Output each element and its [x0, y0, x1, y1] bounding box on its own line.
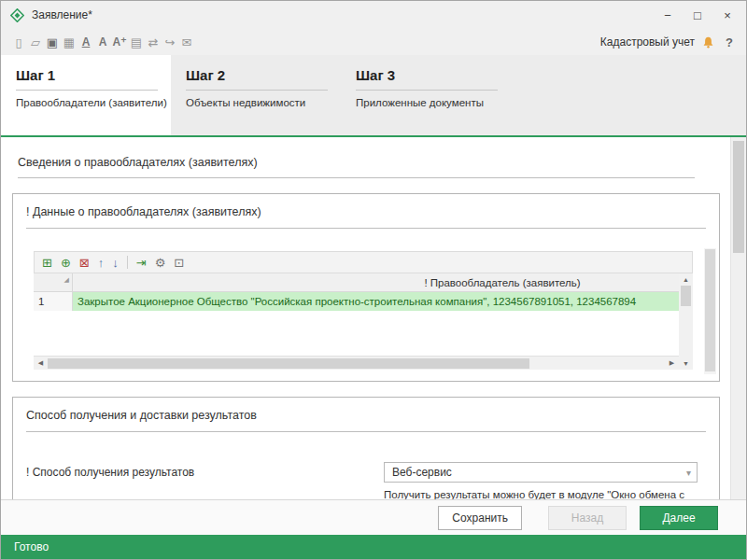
scroll-left-icon[interactable]: ◀	[34, 357, 48, 370]
column-header-label: ! Правообладатель (заявитель)	[73, 273, 679, 291]
chevron-down-icon: ▾	[686, 468, 691, 478]
save-icon[interactable]: ▣	[44, 35, 61, 49]
save-as-icon[interactable]: ▦	[61, 35, 78, 49]
delivery-method-dropdown[interactable]: Веб-сервис ▾	[384, 462, 698, 483]
row-number: 1	[34, 292, 73, 311]
close-button[interactable]: ×	[712, 1, 742, 29]
field-a-icon[interactable]: А	[94, 35, 111, 49]
delete-row-icon[interactable]: ⊠	[79, 256, 90, 270]
row-value[interactable]: Закрытое Акционерное Общество "Российска…	[73, 292, 679, 311]
edit-tools-icon[interactable]: ⚙	[155, 256, 166, 270]
copy-icon[interactable]: ▤	[128, 35, 145, 49]
content-scrollbar-thumb[interactable]	[733, 141, 744, 253]
header-gutter: ◢	[34, 273, 73, 291]
add-child-row-icon[interactable]: ⊕	[61, 256, 71, 270]
bell-icon[interactable]	[702, 36, 714, 49]
help-icon[interactable]: ?	[722, 35, 737, 49]
hscroll-track[interactable]	[48, 357, 665, 370]
table-empty-area	[34, 311, 679, 356]
open-reference-icon[interactable]: ⇥	[136, 256, 147, 270]
owners-panel-title: ! Данные о правообладателях (заявителях)	[26, 205, 706, 229]
app-logo-icon	[10, 8, 24, 22]
tab-step-3[interactable]: Шаг 3 Приложенные документы	[341, 55, 511, 135]
main-toolbar: ▯ ▱ ▣ ▦ А А А⁺ ▤ ⇄ ↪ ✉ Кадастровый учет …	[1, 29, 746, 55]
minimize-button[interactable]: −	[653, 1, 683, 29]
back-button[interactable]: Назад	[548, 506, 627, 530]
table-header-row: ◢ ! Правообладатель (заявитель)	[34, 273, 679, 292]
maximize-button[interactable]: □	[683, 1, 712, 29]
field-a-underline-icon[interactable]: А	[78, 35, 94, 49]
delivery-method-label: ! Способ получения результатов	[26, 462, 194, 499]
title-bar: Заявление* − □ ×	[1, 1, 746, 29]
window-title: Заявление*	[32, 8, 653, 21]
move-row-up-icon[interactable]: ↑	[98, 256, 105, 270]
wizard-steps: Шаг 1 Правообладатели (заявители) Шаг 2 …	[1, 55, 746, 137]
vscroll-thumb[interactable]	[681, 286, 691, 306]
step-subtitle: Приложенные документы	[356, 97, 511, 108]
hscroll-thumb[interactable]	[48, 358, 529, 369]
tab-step-1[interactable]: Шаг 1 Правообладатели (заявители)	[1, 55, 171, 135]
application-window: Заявление* − □ × ▯ ▱ ▣ ▦ А А А⁺ ▤ ⇄ ↪ ✉ …	[0, 0, 747, 560]
panel-scrollbar[interactable]	[704, 248, 716, 374]
open-folder-icon[interactable]: ▱	[27, 35, 44, 49]
tab-step-2[interactable]: Шаг 2 Объекты недвижимости	[171, 55, 341, 135]
step-rule	[16, 90, 158, 91]
delivery-method-hint: Получить результаты можно будет в модуле…	[384, 489, 698, 499]
owners-panel: ! Данные о правообладателях (заявителях)…	[12, 193, 720, 382]
scroll-right-icon[interactable]: ▶	[665, 357, 679, 370]
content-scrollbar[interactable]	[730, 137, 746, 499]
send-arrow-icon[interactable]: ↪	[162, 35, 178, 49]
field-a-add-icon[interactable]: А⁺	[111, 35, 128, 49]
new-document-icon[interactable]: ▯	[10, 35, 27, 49]
step-subtitle: Правообладатели (заявители)	[16, 97, 171, 108]
section-title: Сведения о правообладателях (заявителях)	[18, 156, 695, 178]
status-bar: Готово	[1, 535, 746, 559]
step-title: Шаг 3	[356, 67, 511, 83]
add-row-icon[interactable]: ⊞	[42, 256, 52, 270]
delivery-panel: Способ получения и доставки результатов …	[12, 397, 720, 499]
step-content: Сведения о правообладателях (заявителях)…	[1, 137, 746, 499]
step-rule	[186, 90, 328, 91]
step-title: Шаг 2	[186, 67, 341, 83]
table-row[interactable]: 1 Закрытое Акционерное Общество "Российс…	[34, 292, 679, 311]
delivery-method-value: Веб-сервис	[392, 466, 452, 479]
step-rule	[356, 90, 498, 91]
status-text: Готово	[14, 540, 49, 553]
expand-table-icon[interactable]: ⊡	[174, 256, 184, 270]
footer-bar: Сохранить Назад Далее	[1, 499, 746, 535]
move-row-down-icon[interactable]: ↓	[112, 256, 119, 270]
toolbar-separator	[127, 256, 128, 269]
grid-corner-icon: ◢	[64, 271, 69, 289]
step-title: Шаг 1	[16, 67, 171, 83]
scroll-down-icon[interactable]: ▼	[683, 357, 689, 370]
save-button[interactable]: Сохранить	[438, 506, 522, 530]
column-header[interactable]: ! Правообладатель (заявитель)	[73, 273, 679, 291]
table-horizontal-scrollbar[interactable]: ◀ ▶	[34, 356, 679, 370]
step-subtitle: Объекты недвижимости	[186, 97, 341, 108]
panel-scrollbar-thumb[interactable]	[705, 249, 715, 371]
exchange-arrows-icon[interactable]: ⇄	[145, 35, 162, 49]
table-toolbar: ⊞ ⊕ ⊠ ↑ ↓ ⇥ ⚙ ⊡	[34, 251, 693, 273]
owners-table: ⊞ ⊕ ⊠ ↑ ↓ ⇥ ⚙ ⊡ ◢	[34, 251, 693, 370]
module-label: Кадастровый учет	[600, 35, 695, 49]
delivery-panel-title: Способ получения и доставки результатов	[26, 409, 706, 432]
scroll-up-icon[interactable]: ▲	[683, 273, 689, 286]
next-button[interactable]: Далее	[640, 506, 718, 530]
table-vertical-scrollbar[interactable]: ▲ ▼	[679, 273, 693, 370]
envelope-icon[interactable]: ✉	[178, 35, 195, 49]
